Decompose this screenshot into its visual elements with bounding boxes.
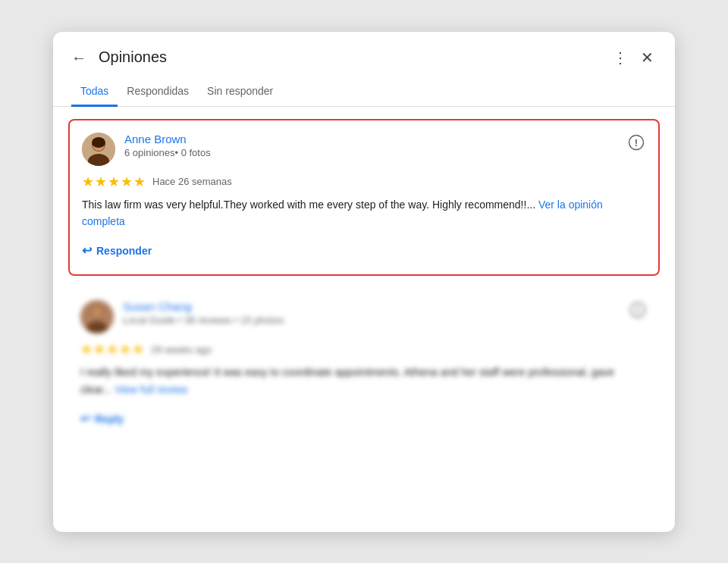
reply-label-2: Reply — [95, 413, 124, 425]
reply-label-1: Responder — [96, 245, 152, 257]
star-1: ★ — [82, 174, 94, 190]
reply-button-2[interactable]: ↩ Reply — [80, 407, 124, 430]
review-time-2: 29 weeks ago — [151, 344, 212, 355]
star-2: ★ — [95, 174, 107, 190]
reviews-modal: ← Opiniones ⋮ ✕ Todas Respondidas Sin re… — [53, 32, 675, 532]
reviewer-name-1: Anne Brown — [124, 133, 626, 145]
star-5: ★ — [133, 174, 146, 190]
reviews-content: Anne Brown 6 opiniones• 0 fotos ! ★ ★ ★ … — [53, 107, 675, 468]
star-4: ★ — [121, 174, 133, 190]
reviewer-meta-1: 6 opiniones• 0 fotos — [124, 147, 626, 158]
stars-1: ★ ★ ★ ★ ★ Hace 26 semanas — [82, 174, 646, 190]
view-full-review-link-2[interactable]: View full review — [115, 383, 187, 396]
star-3: ★ — [108, 174, 120, 190]
reply-icon: ↩ — [82, 243, 92, 258]
review-card-1: Anne Brown 6 opiniones• 0 fotos ! ★ ★ ★ … — [68, 119, 660, 277]
reply-button-1[interactable]: ↩ Responder — [82, 239, 152, 262]
star-2-3: ★ — [106, 341, 118, 358]
reviewer-info-1: Anne Brown 6 opiniones• 0 fotos — [124, 133, 626, 158]
report-button-1[interactable]: ! — [626, 133, 646, 155]
svg-point-8 — [90, 305, 104, 319]
reviewer-name-2: Susan Chang — [123, 300, 628, 313]
star-2-2: ★ — [93, 341, 105, 358]
avatar-2 — [80, 300, 114, 333]
star-2-4: ★ — [119, 341, 131, 358]
svg-rect-7 — [80, 300, 114, 333]
more-options-button[interactable]: ⋮ — [607, 47, 635, 68]
reviewer-meta-2: Local Guide • 36 reviews • 15 photos — [123, 314, 628, 326]
svg-text:!: ! — [635, 137, 638, 149]
modal-header: ← Opiniones ⋮ ✕ — [53, 32, 675, 77]
reviewer-info-2: Susan Chang Local Guide • 36 reviews • 1… — [123, 300, 628, 326]
review-text-2: I really liked my experience! It was eas… — [80, 364, 648, 398]
review-card-2: Susan Chang Local Guide • 36 reviews • 1… — [68, 288, 660, 443]
review-time-1: Hace 26 semanas — [152, 176, 232, 187]
modal-title: Opiniones — [99, 48, 607, 66]
report-button-2[interactable]: ! — [628, 300, 648, 322]
svg-point-10 — [91, 306, 103, 318]
svg-text:!: ! — [636, 305, 639, 316]
star-2-5: ★ — [132, 341, 144, 358]
review-header-1: Anne Brown 6 opiniones• 0 fotos ! — [82, 133, 646, 166]
view-full-review-link-1[interactable]: Ver la opinión completa — [82, 199, 603, 227]
back-button[interactable]: ← — [68, 47, 89, 68]
tab-respondidas[interactable]: Respondidas — [118, 77, 198, 107]
close-button[interactable]: ✕ — [638, 47, 657, 68]
avatar-1 — [82, 133, 115, 166]
review-text-1: This law firm was very helpful.They work… — [82, 196, 646, 230]
tabs-bar: Todas Respondidas Sin responder — [53, 77, 675, 107]
tab-todas[interactable]: Todas — [71, 77, 118, 107]
stars-2: ★ ★ ★ ★ ★ 29 weeks ago — [80, 341, 648, 358]
svg-point-4 — [92, 137, 105, 148]
svg-point-9 — [86, 321, 108, 333]
tab-sin-responder[interactable]: Sin responder — [198, 77, 282, 107]
review-header-2: Susan Chang Local Guide • 36 reviews • 1… — [80, 300, 648, 333]
reply-icon-2: ↩ — [80, 411, 90, 426]
svg-point-11 — [631, 303, 645, 317]
star-2-1: ★ — [80, 341, 93, 358]
